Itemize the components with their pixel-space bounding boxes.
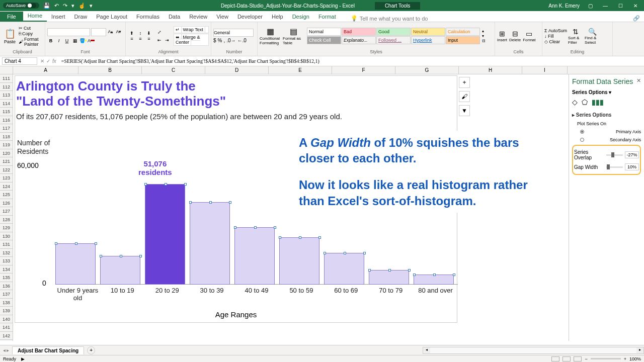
style-hyperlink[interactable]: Hyperlink [411, 36, 445, 44]
font-color-button[interactable]: A [88, 37, 95, 44]
formula-input[interactable]: =SERIES('Adjust Bar Chart Spacing'!$B$3,… [59, 58, 644, 64]
tab-review[interactable]: Review [185, 12, 212, 22]
row-header[interactable]: 130 [0, 232, 13, 241]
qat-icon[interactable]: ▾ [71, 3, 74, 9]
row-header[interactable]: 131 [0, 240, 13, 249]
series-overlap-slider[interactable] [606, 154, 623, 156]
fill-color-button[interactable]: 🪣 [79, 37, 87, 44]
row-header[interactable]: 134 [0, 265, 13, 274]
wrap-text-button[interactable]: ↵ Wrap Text [174, 26, 209, 33]
row-header[interactable]: 135 [0, 274, 13, 282]
format-table-button[interactable]: ▤Format as Table [283, 27, 304, 45]
row-header[interactable]: 127 [0, 207, 13, 216]
align-bottom-icon[interactable]: ⬇ [145, 31, 153, 36]
redo-icon[interactable]: ↷ [63, 3, 67, 9]
style-explanatory[interactable]: Explanato... [342, 36, 376, 44]
autosum-button[interactable]: Σ AutoSum [544, 28, 567, 33]
row-header[interactable]: 136 [0, 282, 13, 291]
zoom-out-icon[interactable]: − [585, 356, 587, 361]
tell-me-input[interactable]: 💡 Tell me what you want to do [351, 15, 428, 22]
font-size-select[interactable] [91, 28, 106, 36]
row-header[interactable]: 132 [0, 249, 13, 257]
column-header[interactable]: A [13, 66, 78, 74]
decrease-decimal-icon[interactable]: ←.0 [237, 38, 247, 43]
shrink-font-icon[interactable]: A▾ [115, 28, 122, 35]
percent-icon[interactable]: % [218, 38, 222, 43]
tab-insert[interactable]: Insert [47, 12, 70, 22]
row-header[interactable]: 128 [0, 216, 13, 224]
row-header[interactable]: 111 [0, 74, 13, 83]
currency-icon[interactable]: $ [213, 38, 216, 43]
align-middle-icon[interactable]: ↕ [136, 31, 144, 36]
macro-icon[interactable]: ▶ [21, 356, 25, 361]
bar[interactable] [279, 237, 319, 285]
tab-next-icon[interactable]: ▸ [7, 347, 9, 353]
decrease-indent-icon[interactable]: ⇤ [156, 37, 163, 44]
column-header[interactable]: E [269, 66, 332, 74]
tab-home[interactable]: Home [23, 11, 47, 22]
name-box[interactable]: Chart 4 [2, 57, 37, 65]
row-header[interactable]: 118 [0, 133, 13, 141]
series-options-section[interactable]: ▸ Series Options [572, 110, 641, 120]
cancel-formula-icon[interactable]: ✕ [40, 58, 44, 64]
increase-decimal-icon[interactable]: .0→ [226, 38, 235, 43]
series-options-tab-icon[interactable]: ▮▮▮ [592, 98, 604, 106]
row-header[interactable]: 114 [0, 100, 13, 108]
format-painter-button[interactable]: 🖌 Format Painter [19, 37, 43, 47]
underline-button[interactable]: U [63, 37, 70, 44]
row-header[interactable]: 137 [0, 290, 13, 299]
gap-width-slider[interactable] [606, 166, 623, 168]
style-input[interactable]: Input [446, 36, 480, 44]
row-header[interactable]: 142 [0, 332, 13, 340]
bar[interactable] [234, 227, 275, 285]
tab-design[interactable]: Design [288, 12, 314, 22]
tab-file[interactable]: File [0, 12, 23, 22]
bar[interactable] [190, 202, 230, 285]
column-header[interactable]: D [205, 66, 269, 74]
column-header[interactable]: I [522, 66, 568, 74]
share-icon[interactable]: 🔗 [633, 15, 640, 22]
orientation-icon[interactable]: ⤢ [156, 29, 163, 36]
ribbon-options-icon[interactable]: ▢ [586, 3, 595, 9]
row-header[interactable]: 139 [0, 307, 13, 315]
grow-font-icon[interactable]: A▴ [107, 28, 114, 35]
row-header[interactable]: 117 [0, 124, 13, 133]
bar[interactable] [145, 184, 185, 285]
row-header[interactable]: 140 [0, 315, 13, 324]
secondary-axis-radio[interactable]: Secondary Axis [572, 136, 641, 144]
autosave-toggle[interactable]: AutoSave [3, 3, 39, 9]
italic-button[interactable]: I [55, 37, 62, 44]
conditional-formatting-button[interactable]: ▦Conditional Formatting [260, 27, 281, 45]
user-name[interactable]: Ann K. Emery [548, 3, 580, 9]
tab-draw[interactable]: Draw [70, 12, 92, 22]
column-header[interactable]: C [142, 66, 205, 74]
effects-tab-icon[interactable]: ⬠ [582, 98, 588, 106]
style-followed[interactable]: Followed ... [376, 36, 411, 44]
comma-icon[interactable]: , [223, 38, 225, 43]
touch-icon[interactable]: ☝ [78, 3, 86, 9]
insert-cells-button[interactable]: ⊞Insert [497, 30, 507, 42]
chart-subtitle[interactable]: Of its 207,607 residents, 51,076 people … [15, 110, 457, 125]
bar[interactable] [324, 253, 364, 285]
row-header[interactable]: 123 [0, 174, 13, 183]
normal-view-icon[interactable] [551, 356, 559, 361]
font-family-select[interactable] [47, 28, 90, 36]
fill-line-tab-icon[interactable]: ◇ [572, 98, 578, 106]
bar[interactable] [414, 275, 454, 285]
row-header[interactable]: 141 [0, 323, 13, 332]
style-good[interactable]: Good [376, 28, 411, 36]
increase-indent-icon[interactable]: ⇥ [164, 37, 171, 44]
copy-button[interactable]: ⎘ Copy [19, 31, 43, 36]
tab-help[interactable]: Help [267, 12, 288, 22]
column-header[interactable]: F [332, 66, 395, 74]
row-header[interactable]: 119 [0, 141, 13, 149]
chart-styles-button[interactable]: 🖌 [459, 91, 470, 102]
merge-center-button[interactable]: ⬌ Merge & Center [174, 34, 209, 46]
row-header[interactable]: 126 [0, 199, 13, 208]
clear-button[interactable]: ◇ Clear [544, 39, 567, 44]
align-center-icon[interactable]: ≡ [136, 36, 144, 41]
style-normal[interactable]: Normal [307, 28, 341, 36]
worksheet[interactable]: Arlington County is Truly the "Land of t… [13, 74, 569, 341]
sort-filter-button[interactable]: ⇅Sort & Filter [568, 28, 583, 45]
maximize-icon[interactable]: ☐ [616, 3, 625, 9]
